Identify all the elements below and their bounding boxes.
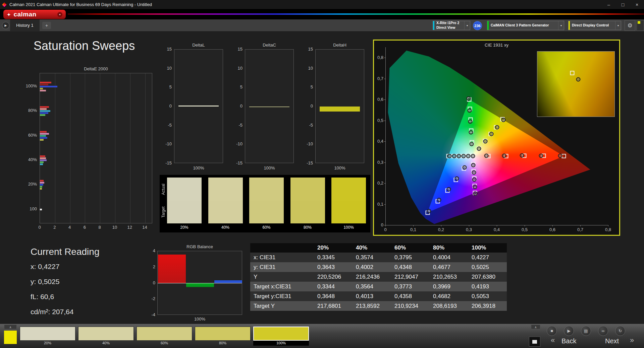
pattern-window-button[interactable]	[529, 337, 540, 347]
deltae-bar	[40, 84, 48, 85]
measured-marker	[471, 163, 476, 167]
y-tick-label: -15	[300, 160, 313, 165]
y-tick-label: -10	[230, 141, 243, 146]
table-cell: 213,8592	[353, 301, 391, 311]
pattern-button-80%[interactable]: 80%	[195, 327, 251, 346]
actual-swatch	[167, 178, 202, 201]
x-axis-label: 100%	[315, 165, 364, 170]
pattern-generator-label: CalMAN Client 3 Pattern Generator	[489, 21, 558, 30]
back-button[interactable]: Back	[561, 337, 576, 345]
measured-marker	[495, 125, 499, 129]
stop-button[interactable]: ■	[547, 326, 557, 336]
deltae-bar	[40, 163, 43, 165]
deltae-bar	[40, 133, 49, 135]
table-cell: 0,3969	[430, 282, 468, 291]
swatch-100%	[331, 178, 366, 223]
x-tick-label: 14	[140, 225, 150, 230]
swatch-label: 100%	[331, 225, 366, 230]
pattern-label: 20%	[20, 341, 75, 346]
tick	[384, 183, 385, 184]
table-cell: 220,5206	[314, 272, 353, 282]
measured-marker	[452, 154, 457, 158]
table-row-label: x: CIE31	[250, 253, 314, 262]
tab-bar: ▶ History 1 + X-Rite i1Pro 2 Direct View…	[0, 19, 644, 31]
loop-button[interactable]: ∞	[598, 326, 608, 336]
measurement-table: 20%40%60%80%100%x: CIE310,33450,35740,37…	[250, 243, 507, 311]
measured-marker	[501, 118, 505, 122]
add-tab-button[interactable]: +	[42, 22, 51, 29]
display-control-dropdown[interactable]: Direct Display Control ▼	[568, 21, 621, 30]
x-axis-label: 100%	[157, 317, 242, 322]
target-swatch	[331, 201, 366, 224]
chevron-up-icon[interactable]: ∧	[4, 325, 17, 329]
y-tick-label: 0,1	[374, 202, 383, 207]
calman-menu-button[interactable]: ✦ calman ▼	[3, 10, 66, 19]
deltae-bar	[40, 182, 44, 184]
next-chevron-icon[interactable]: »	[630, 336, 634, 345]
x-tick-label: 0,7	[575, 227, 586, 232]
tab-history-1[interactable]: History 1	[10, 19, 40, 31]
minimize-button[interactable]: –	[602, 0, 616, 9]
play-button[interactable]: ▶	[564, 326, 574, 336]
settings-gear-button[interactable]: ⚙	[625, 20, 635, 31]
pattern-label: 80%	[195, 341, 251, 346]
table-cell: 0,3564	[353, 282, 391, 291]
chart-title: CIE 1931 xy	[374, 43, 619, 48]
save-button[interactable]: ▤	[581, 326, 591, 336]
table-cell: 0,5025	[468, 262, 507, 272]
y-tick-label: 4	[143, 248, 155, 253]
measured-marker	[539, 153, 543, 158]
y-tick-label: 0	[374, 222, 383, 227]
table-cell: 210,9234	[391, 301, 430, 311]
chevron-up-icon[interactable]: ∧	[531, 325, 540, 329]
deltac-chart: DeltaC 100% 151050-5-10-15	[230, 43, 297, 177]
x-tick-label: 0,6	[547, 227, 558, 232]
y-tick-label: 0,8	[374, 55, 383, 60]
measured-marker	[472, 178, 477, 182]
swatch-40%	[208, 178, 243, 223]
pattern-swatch	[137, 327, 192, 341]
calman-flower-icon: ✦	[7, 12, 11, 17]
deltae-bar	[40, 110, 50, 112]
swatch-label: 20%	[167, 225, 202, 230]
measured-marker	[466, 154, 470, 158]
measured-marker	[437, 198, 441, 202]
measured-marker	[457, 154, 461, 158]
measured-marker	[520, 153, 524, 157]
deltae-bar	[40, 180, 44, 182]
calman-logo-text: calman	[14, 11, 37, 17]
green-bar	[186, 283, 214, 287]
pattern-generator-dropdown[interactable]: CalMAN Client 3 Pattern Generator ▼	[487, 21, 564, 30]
next-button[interactable]: Next	[605, 337, 619, 345]
tick	[552, 225, 553, 226]
pattern-button-60%[interactable]: 60%	[137, 327, 192, 346]
overflow-button[interactable]	[637, 20, 644, 31]
target-swatch	[290, 201, 325, 224]
pattern-button-100%[interactable]: 100%	[253, 327, 309, 346]
meter-dropdown[interactable]: X-Rite i1Pro 2 Direct View ▼	[433, 21, 470, 30]
deltae-bar	[40, 188, 42, 190]
bottom-bar: ∧ ∧ « Back Next » 20%40%60%80%100%■▶▤∞↻	[0, 324, 644, 348]
tick	[384, 204, 385, 205]
measured-marker	[483, 139, 487, 143]
refresh-button[interactable]: ↻	[615, 326, 625, 336]
restore-button[interactable]: □	[616, 0, 630, 9]
close-button[interactable]: ×	[630, 0, 644, 9]
swatch-20%	[167, 178, 202, 223]
meter-label: X-Rite i1Pro 2 Direct View	[434, 21, 464, 30]
overflow-accent-icon	[638, 21, 640, 24]
pattern-button-40%[interactable]: 40%	[78, 327, 134, 346]
y-tick-label: -10	[300, 141, 313, 146]
table-cell: 0,4677	[430, 262, 468, 272]
gridline	[70, 73, 70, 223]
group-label: 100	[13, 206, 37, 211]
table-header-cell: 60%	[391, 243, 430, 253]
tick	[384, 141, 385, 142]
current-color-swatch	[4, 331, 17, 344]
back-chevron-icon[interactable]: «	[551, 336, 555, 345]
red-bar	[158, 255, 186, 283]
title-bar: Calman 2021 Calman Ultimate for Business…	[0, 0, 644, 9]
pattern-button-20%[interactable]: 20%	[20, 327, 75, 346]
table-cell: 0,4682	[430, 291, 468, 301]
workflow-panel-toggle[interactable]: ▶	[2, 22, 9, 29]
